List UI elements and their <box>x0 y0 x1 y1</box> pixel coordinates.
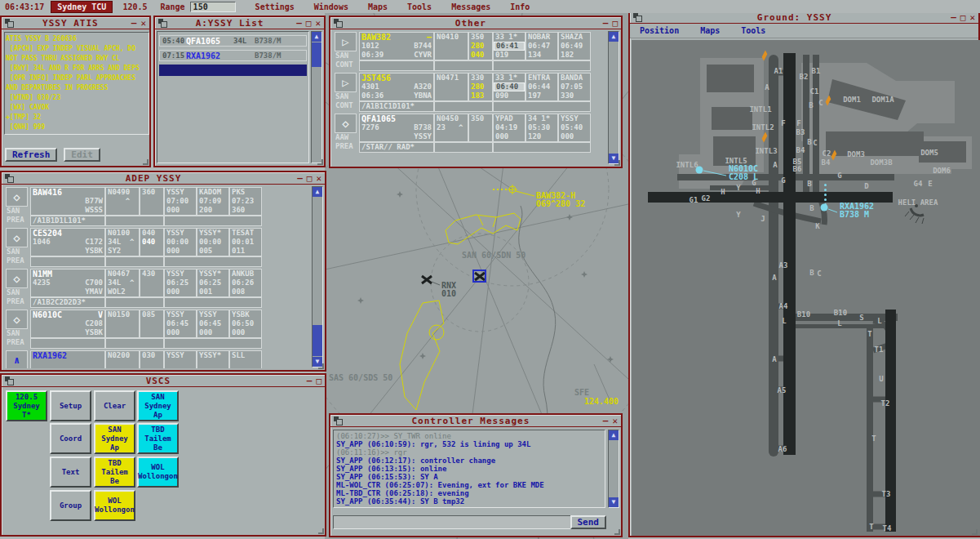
vscs-wol-wollongon[interactable]: WOLWollongon <box>94 490 135 521</box>
scrollbar[interactable]: ▲ ▼ <box>608 31 619 164</box>
scrollbar-thumb[interactable] <box>312 42 321 67</box>
aircraft-dot-RXA1962[interactable] <box>821 204 828 212</box>
minimize-icon[interactable] <box>296 18 302 29</box>
vscs-tbd-tailem-be[interactable]: TBDTailem Be <box>94 457 135 488</box>
minimize-icon[interactable] <box>307 376 313 386</box>
taxiway-label-dom3: DOM3 <box>847 150 865 158</box>
window-menu-icon[interactable] <box>334 19 343 27</box>
window-menu-icon[interactable] <box>334 416 343 425</box>
ground-menu-position[interactable]: Position <box>640 26 679 35</box>
messages-titlebar[interactable]: Controller Messages <box>330 415 621 427</box>
flight-strip-N1MM[interactable]: ◇SANPREAN1MM4235C700YMAVN046734L ^WOL243… <box>6 269 310 308</box>
list-row-QFA1065[interactable]: 05:40QFA106534LB738/M <box>159 35 307 47</box>
scrollbar-thumb[interactable] <box>313 325 322 356</box>
route-cell: /A1B1D1L101* <box>30 216 105 226</box>
sector-frequency: 124.400 <box>584 397 619 406</box>
close-icon[interactable] <box>140 18 146 29</box>
menu-maps[interactable]: Maps <box>368 2 388 11</box>
window-menu-icon[interactable] <box>5 174 14 182</box>
strip-state: SAN <box>6 207 30 216</box>
close-icon[interactable] <box>316 173 321 184</box>
minimize-icon[interactable] <box>131 18 137 29</box>
vscs-coord[interactable]: Coord <box>50 423 91 454</box>
adep-titlebar[interactable]: ADEP YSSY <box>2 172 325 185</box>
ground-menu-maps[interactable]: Maps <box>700 26 720 35</box>
atis-titlebar[interactable]: YSSY ATIS <box>2 17 149 29</box>
window-menu-icon[interactable] <box>158 19 167 27</box>
scroll-up-icon[interactable]: ▲ <box>313 187 322 197</box>
datablock-rnx[interactable]: RNX 010 <box>441 282 456 298</box>
close-icon[interactable] <box>315 18 321 29</box>
resize-grip[interactable] <box>143 159 149 165</box>
scrollbar[interactable]: ▲ <box>311 31 322 163</box>
scroll-up-icon[interactable]: ▲ <box>609 32 619 42</box>
flight-strip-N6010C[interactable]: ◇SANPREAN6010CVC208YSBKN0150085YSSY06:45… <box>6 310 310 349</box>
minimize-icon[interactable] <box>603 416 609 426</box>
other-titlebar[interactable]: Other <box>330 17 621 29</box>
menu-windows[interactable]: Windows <box>314 2 348 11</box>
vscs-san-sydney-ap[interactable]: SANSydney Ap <box>94 423 135 454</box>
vscs-120.5-sydney-t-[interactable]: 120.5Sydney T* <box>6 390 47 421</box>
resize-grip[interactable] <box>614 529 620 535</box>
ground-map[interactable]: INTL1INTL2INTL3INTL5INTL6DOM1DOM1ADOM3DO… <box>632 40 980 536</box>
close-icon[interactable] <box>612 416 618 426</box>
maximize-icon[interactable] <box>960 12 966 23</box>
resize-grip[interactable] <box>972 529 978 535</box>
list-row-selected[interactable] <box>159 65 307 76</box>
scroll-up-icon[interactable]: ▲ <box>312 32 321 42</box>
maximize-icon[interactable] <box>307 173 313 184</box>
taxiway-label-t1: T1 <box>875 345 884 354</box>
resize-grip[interactable] <box>317 159 323 165</box>
range-input[interactable] <box>190 2 236 12</box>
send-button[interactable]: Send <box>570 515 607 529</box>
minimize-icon[interactable] <box>297 173 303 184</box>
flight-strip-JST456[interactable]: ▷SANCONTJST4564301A32006:36YBNAN04713302… <box>335 73 606 112</box>
ground-menu-tools[interactable]: Tools <box>741 26 765 35</box>
flight-strip-BAW416[interactable]: ◇SANPREABAW416B77WWSSSN0490 ^360YSSY07:0… <box>6 187 310 226</box>
scrollbar[interactable]: ▲ ▼ <box>312 186 323 368</box>
scroll-up-icon[interactable]: ▲ <box>609 430 619 440</box>
vscs-group[interactable]: Group <box>50 490 91 521</box>
vscs-text[interactable]: Text <box>50 457 91 488</box>
window-menu-icon[interactable] <box>633 13 642 21</box>
resize-grip[interactable] <box>614 160 620 166</box>
menu-info[interactable]: Info <box>510 2 530 11</box>
list-row-RXA1962[interactable]: 07:15RXA1962B738/M <box>159 50 307 61</box>
scroll-down-icon[interactable]: ▼ <box>609 497 619 507</box>
maximize-icon[interactable] <box>306 18 312 29</box>
level-cell: 430 <box>140 269 164 297</box>
menu-tools[interactable]: Tools <box>407 2 432 11</box>
resize-grip[interactable] <box>318 363 324 369</box>
scrollbar[interactable]: ▲ ▼ <box>608 430 619 508</box>
menu-messages[interactable]: Messages <box>451 2 490 11</box>
vscs-tbd-tailem-be[interactable]: TBDTailem Be <box>137 423 179 454</box>
datablock-baw382-h[interactable]: BAW382-H 069^280 32 <box>536 192 585 208</box>
vscs-setup[interactable]: Setup <box>50 390 91 421</box>
close-icon[interactable] <box>969 12 975 23</box>
vscs-clear[interactable]: Clear <box>94 390 135 421</box>
vscs-titlebar[interactable]: VSCS <box>2 375 325 387</box>
minimize-icon[interactable] <box>603 18 609 29</box>
ground-titlebar[interactable]: Ground: YSSY <box>630 11 978 24</box>
minimize-icon[interactable] <box>951 12 956 23</box>
aircraft-label-RXA1962[interactable]: RXA1962 B738 M <box>840 203 874 219</box>
aircraft-label-N6010C[interactable]: N6010C C208 L <box>729 165 758 181</box>
window-menu-icon[interactable] <box>5 376 14 385</box>
maximize-icon[interactable] <box>316 376 321 386</box>
aircraft-dot-N6010C[interactable] <box>696 167 703 174</box>
vscs-san-sydney-ap[interactable]: SANSydney Ap <box>137 390 179 421</box>
flight-strip-CES204[interactable]: ◇SANPREACES2041046C172YSBKN010034L ^SY20… <box>6 228 310 267</box>
diamond-icon: ◇ <box>6 269 28 288</box>
window-menu-icon[interactable] <box>5 19 14 27</box>
message-input[interactable] <box>333 515 571 529</box>
flight-strip-RXA1962[interactable]: ∧RXA1962N0200030YSSYYSSY*SLL <box>6 350 310 368</box>
maximize-icon[interactable] <box>612 18 618 29</box>
flight-strip-BAW382[interactable]: ▷SANCONTBAW382–1012B74406:39CYVRN0410350… <box>335 32 606 71</box>
vscs-wol-wollongon[interactable]: WOLWollongon <box>137 457 179 488</box>
refresh-button[interactable]: Refresh <box>5 148 57 162</box>
menu-settings[interactable]: Settings <box>255 2 295 11</box>
flight-strip-QFA1065[interactable]: ◇AAWPREAQFA10657276B738YSSYN045023 ^350Y… <box>335 114 606 153</box>
resize-grip[interactable] <box>318 528 324 534</box>
position-button[interactable]: Sydney TCU <box>51 1 113 13</box>
yssy-list-titlebar[interactable]: A:YSSY List <box>155 17 324 29</box>
